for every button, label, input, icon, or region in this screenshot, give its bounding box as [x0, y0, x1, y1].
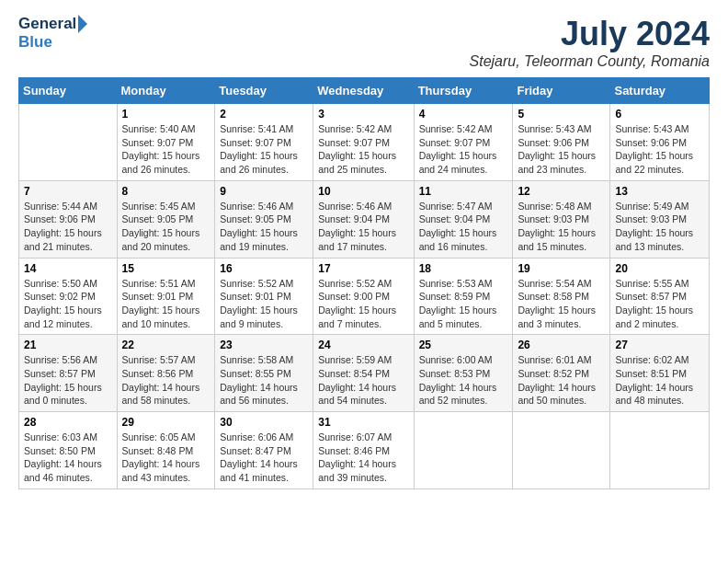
day-info: Sunrise: 5:50 AMSunset: 9:02 PMDaylight:… [24, 277, 112, 331]
sunrise-text: Sunrise: 5:51 AM [122, 277, 210, 291]
calendar-cell: 22Sunrise: 5:57 AMSunset: 8:56 PMDayligh… [117, 335, 215, 412]
day-number: 15 [122, 262, 210, 275]
sunrise-text: Sunrise: 5:43 AM [615, 122, 704, 136]
day-number: 25 [419, 339, 508, 351]
day-info: Sunrise: 5:57 AMSunset: 8:56 PMDaylight:… [122, 353, 210, 408]
sunrise-text: Sunrise: 5:45 AM [122, 200, 210, 213]
day-number: 13 [615, 185, 704, 198]
title-block: July 2024 Stejaru, Teleorman County, Rom… [470, 15, 710, 70]
header-tuesday: Tuesday [215, 78, 313, 104]
calendar-cell: 24Sunrise: 5:59 AMSunset: 8:54 PMDayligh… [313, 335, 414, 412]
header-wednesday: Wednesday [313, 78, 414, 104]
day-number: 14 [24, 262, 112, 275]
daylight-text: Daylight: 15 hours and 16 minutes. [419, 226, 508, 253]
daylight-text: Daylight: 14 hours and 58 minutes. [122, 381, 210, 408]
daylight-text: Daylight: 14 hours and 41 minutes. [220, 457, 308, 484]
day-number: 18 [419, 262, 508, 275]
sunrise-text: Sunrise: 5:56 AM [24, 353, 112, 367]
sunrise-text: Sunrise: 5:50 AM [24, 277, 112, 291]
daylight-text: Daylight: 15 hours and 21 minutes. [24, 226, 112, 253]
daylight-text: Daylight: 14 hours and 46 minutes. [24, 457, 112, 484]
day-info: Sunrise: 5:42 AMSunset: 9:07 PMDaylight:… [419, 122, 508, 177]
day-info: Sunrise: 5:48 AMSunset: 9:03 PMDaylight:… [518, 200, 605, 254]
sunset-text: Sunset: 8:55 PM [220, 367, 308, 381]
calendar-week-row: 21Sunrise: 5:56 AMSunset: 8:57 PMDayligh… [19, 335, 710, 412]
calendar-cell: 5Sunrise: 5:43 AMSunset: 9:06 PMDaylight… [513, 104, 610, 181]
day-info: Sunrise: 6:01 AMSunset: 8:52 PMDaylight:… [518, 353, 605, 408]
sunset-text: Sunset: 9:04 PM [318, 213, 408, 226]
daylight-text: Daylight: 15 hours and 2 minutes. [615, 304, 704, 330]
calendar-cell [513, 412, 610, 489]
calendar-cell: 2Sunrise: 5:41 AMSunset: 9:07 PMDaylight… [215, 104, 313, 181]
sunset-text: Sunset: 9:06 PM [518, 136, 605, 150]
calendar-cell: 9Sunrise: 5:46 AMSunset: 9:05 PMDaylight… [215, 180, 313, 258]
sunset-text: Sunset: 8:59 PM [419, 290, 508, 304]
sunrise-text: Sunrise: 5:46 AM [220, 200, 308, 213]
daylight-text: Daylight: 14 hours and 50 minutes. [518, 381, 605, 408]
sunset-text: Sunset: 9:07 PM [122, 136, 210, 150]
calendar-cell: 30Sunrise: 6:06 AMSunset: 8:47 PMDayligh… [215, 412, 313, 489]
day-info: Sunrise: 5:59 AMSunset: 8:54 PMDaylight:… [318, 353, 408, 408]
day-info: Sunrise: 5:51 AMSunset: 9:01 PMDaylight:… [122, 277, 210, 331]
sunset-text: Sunset: 9:06 PM [615, 136, 704, 150]
logo: General Blue [18, 15, 87, 52]
day-number: 16 [220, 262, 308, 275]
day-info: Sunrise: 5:49 AMSunset: 9:03 PMDaylight:… [615, 200, 704, 254]
sunrise-text: Sunrise: 5:40 AM [122, 122, 210, 136]
sunrise-text: Sunrise: 5:58 AM [220, 353, 308, 367]
day-info: Sunrise: 5:47 AMSunset: 9:04 PMDaylight:… [419, 200, 508, 254]
logo-triangle-icon [78, 15, 87, 33]
calendar-cell: 31Sunrise: 6:07 AMSunset: 8:46 PMDayligh… [313, 412, 414, 489]
calendar-table: SundayMondayTuesdayWednesdayThursdayFrid… [18, 77, 710, 489]
sunrise-text: Sunrise: 6:02 AM [615, 353, 704, 367]
day-number: 31 [318, 416, 408, 429]
daylight-text: Daylight: 15 hours and 13 minutes. [615, 226, 704, 253]
calendar-cell: 14Sunrise: 5:50 AMSunset: 9:02 PMDayligh… [19, 258, 118, 335]
day-info: Sunrise: 5:42 AMSunset: 9:07 PMDaylight:… [318, 122, 408, 177]
daylight-text: Daylight: 15 hours and 9 minutes. [220, 304, 308, 330]
daylight-text: Daylight: 15 hours and 5 minutes. [419, 304, 508, 330]
day-info: Sunrise: 5:40 AMSunset: 9:07 PMDaylight:… [122, 122, 210, 177]
calendar-week-row: 28Sunrise: 6:03 AMSunset: 8:50 PMDayligh… [19, 412, 710, 489]
day-number: 12 [518, 185, 605, 198]
daylight-text: Daylight: 15 hours and 23 minutes. [518, 149, 605, 176]
page-header: General Blue July 2024 Stejaru, Teleorma… [18, 15, 710, 70]
calendar-cell: 8Sunrise: 5:45 AMSunset: 9:05 PMDaylight… [117, 180, 215, 258]
sunset-text: Sunset: 9:01 PM [220, 290, 308, 304]
sunset-text: Sunset: 8:50 PM [24, 444, 112, 458]
sunrise-text: Sunrise: 6:07 AM [318, 431, 408, 444]
daylight-text: Daylight: 15 hours and 7 minutes. [318, 304, 408, 330]
day-number: 10 [318, 185, 408, 198]
header-monday: Monday [117, 78, 215, 104]
calendar-cell: 12Sunrise: 5:48 AMSunset: 9:03 PMDayligh… [513, 180, 610, 258]
sunset-text: Sunset: 9:04 PM [419, 213, 508, 226]
day-info: Sunrise: 5:43 AMSunset: 9:06 PMDaylight:… [518, 122, 605, 177]
sunset-text: Sunset: 9:07 PM [220, 136, 308, 150]
sunset-text: Sunset: 9:03 PM [615, 213, 704, 226]
day-number: 7 [24, 185, 112, 198]
calendar-cell [610, 412, 710, 489]
calendar-cell: 17Sunrise: 5:52 AMSunset: 9:00 PMDayligh… [313, 258, 414, 335]
sunrise-text: Sunrise: 6:05 AM [122, 431, 210, 444]
day-info: Sunrise: 6:07 AMSunset: 8:46 PMDaylight:… [318, 431, 408, 485]
day-info: Sunrise: 5:45 AMSunset: 9:05 PMDaylight:… [122, 200, 210, 254]
sunrise-text: Sunrise: 5:44 AM [24, 200, 112, 213]
sunrise-text: Sunrise: 5:42 AM [318, 122, 408, 136]
day-number: 29 [122, 416, 210, 429]
day-number: 1 [122, 108, 210, 121]
sunset-text: Sunset: 8:51 PM [615, 367, 704, 381]
sunset-text: Sunset: 8:54 PM [318, 367, 408, 381]
calendar-cell: 25Sunrise: 6:00 AMSunset: 8:53 PMDayligh… [414, 335, 513, 412]
daylight-text: Daylight: 15 hours and 22 minutes. [615, 149, 704, 176]
calendar-cell: 6Sunrise: 5:43 AMSunset: 9:06 PMDaylight… [610, 104, 710, 181]
sunrise-text: Sunrise: 5:52 AM [318, 277, 408, 291]
day-number: 23 [220, 339, 308, 351]
logo-general-text: General [18, 15, 76, 33]
daylight-text: Daylight: 15 hours and 25 minutes. [318, 149, 408, 176]
sunset-text: Sunset: 8:53 PM [419, 367, 508, 381]
day-info: Sunrise: 5:53 AMSunset: 8:59 PMDaylight:… [419, 277, 508, 331]
sunrise-text: Sunrise: 5:57 AM [122, 353, 210, 367]
header-saturday: Saturday [610, 78, 710, 104]
calendar-week-row: 14Sunrise: 5:50 AMSunset: 9:02 PMDayligh… [19, 258, 710, 335]
calendar-cell: 11Sunrise: 5:47 AMSunset: 9:04 PMDayligh… [414, 180, 513, 258]
